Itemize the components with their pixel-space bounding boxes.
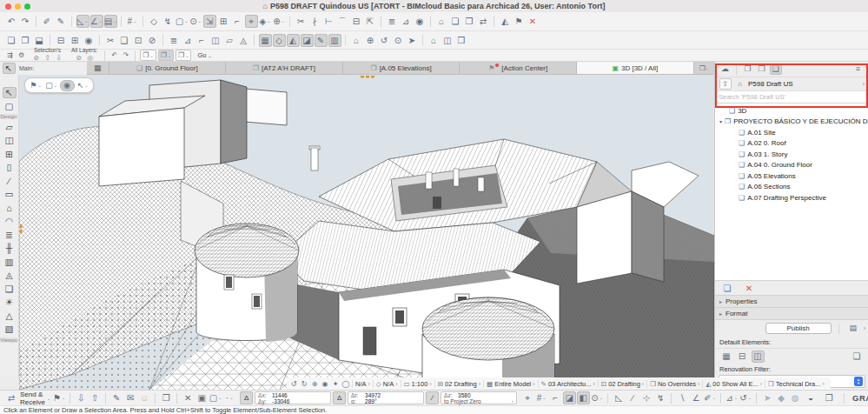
publisher-list-icon[interactable]: ▤ [846, 322, 859, 335]
fit-icon[interactable]: ⇱ [364, 15, 377, 28]
orbit-mini-icon[interactable]: ◉ [60, 80, 75, 91]
map-view-icon[interactable]: ❐ [742, 63, 754, 75]
layout-view-icon[interactable]: ❑ [770, 63, 782, 75]
redo-icon[interactable]: ↷ [19, 15, 32, 28]
beam-tool-icon[interactable]: ∕ [3, 176, 17, 187]
explore2-icon[interactable]: ➤ [406, 34, 419, 47]
split-icon[interactable]: ∤ [308, 15, 321, 28]
close-red-icon[interactable]: ✕ [527, 15, 540, 28]
mesh-default-icon[interactable]: ▦ [720, 351, 733, 363]
quick-layout-scale[interactable]: N/A› [352, 380, 373, 388]
marquee-tool-icon[interactable]: ▢ [3, 101, 17, 112]
tree-item[interactable]: ❏3D [715, 105, 868, 117]
origin-icon[interactable]: ⌖ [521, 391, 534, 404]
project-chevron-icon[interactable]: › [863, 81, 865, 87]
publisher-chevron-icon[interactable]: › [864, 325, 865, 331]
tree-item[interactable]: ❏A.05 Elevations [715, 170, 868, 182]
tile-windows-icon[interactable]: ❒ [455, 34, 468, 47]
hardhat-icon[interactable]: ◒ [805, 391, 818, 404]
quick-structure-display[interactable]: ▦Entire Model› [483, 380, 538, 388]
quick-graphic-override[interactable]: ❐No Overrides› [646, 380, 702, 388]
object-tool-icon[interactable]: ❏ [3, 284, 17, 295]
organizer-icon[interactable]: ⇄ [477, 15, 490, 28]
tab-at2-ah-draft[interactable]: ❐[AT2 A'H DRAFT] [225, 62, 342, 74]
window-layout-3-button[interactable]: ❐⌄ [176, 50, 191, 61]
user-offline-icon[interactable]: ☺ [138, 391, 151, 404]
lamp-tool-icon[interactable]: ☀ [3, 297, 17, 308]
model-view-icon[interactable]: ▥ [328, 34, 341, 47]
screen-share-icon[interactable]: ❐ [160, 391, 173, 404]
slab-tool-icon[interactable]: ▭ [3, 189, 17, 200]
print-icon[interactable]: ⊟ [55, 34, 68, 47]
overrides2-icon[interactable]: ◪ [301, 34, 314, 47]
cancel-op-icon[interactable]: ✕ [182, 391, 195, 404]
section-icon[interactable]: ⊿ [182, 34, 195, 47]
view-back-icon[interactable]: ↺ [289, 379, 299, 389]
nav-undo-icon[interactable]: ↶ [109, 50, 120, 60]
instant-icon[interactable]: ↯ [654, 391, 667, 404]
tab-ground-floor[interactable]: ❏[0. Ground Floor] [109, 62, 226, 74]
explore-settings-icon[interactable]: ⚙ [17, 50, 27, 60]
setsquare2-icon[interactable]: ◺ [613, 391, 626, 404]
quick-3d-style[interactable]: ❒Technical Dra...› [765, 380, 827, 388]
arrow-tool-active-icon[interactable]: ↖ [3, 63, 16, 74]
select-stepper-icon[interactable]: ▲▼ [854, 377, 863, 386]
stories-icon[interactable]: ≣ [168, 34, 181, 47]
column-tool-icon[interactable]: ▯ [3, 162, 17, 173]
railing-tool-icon[interactable]: ╫ [3, 243, 17, 254]
more-quick-icon[interactable]: ·⌄ [223, 391, 236, 404]
tracker-xy-field[interactable]: Δx:11446 Δy:-33046 [255, 391, 331, 404]
new-file-icon[interactable]: ❏ [5, 34, 18, 47]
home-icon[interactable]: ⌂ [435, 15, 448, 28]
view-forward-icon[interactable]: ↻ [300, 379, 309, 389]
teamwork-palette-icon[interactable]: ⚑⌄ [53, 391, 66, 404]
tracker-ra-field[interactable]: Δr:34972 α:289° [348, 391, 424, 404]
publish-button[interactable]: Publish [765, 323, 832, 334]
orbit2-icon[interactable]: ↺ [378, 34, 391, 47]
column-default-icon[interactable]: ◫ [752, 351, 765, 363]
nav-redo-icon[interactable]: ↷ [121, 50, 131, 60]
copy-icon[interactable]: ❑ [118, 34, 131, 47]
grid-snap2-icon[interactable]: #⌄ [535, 391, 548, 404]
undo-icon[interactable]: ↶ [5, 15, 18, 28]
tree-item[interactable]: ❏A.07 Drafting Perspective [715, 192, 868, 204]
tab-3d-all[interactable]: ▣3D [3D / All] [576, 62, 693, 74]
snap-point-icon[interactable]: ⊹ [640, 391, 653, 404]
marquee-quick-icon[interactable]: ▢⌄ [209, 391, 222, 404]
diagonal-icon[interactable]: ∖ [676, 391, 689, 404]
navigator-search-input[interactable] [715, 93, 868, 101]
new-viewpoint-icon[interactable]: ❏ [721, 282, 734, 295]
zone-tool-icon[interactable]: ▧ [3, 324, 17, 335]
check-model-icon[interactable]: ◭ [499, 15, 512, 28]
look-to-icon[interactable]: ⊙ [392, 34, 405, 47]
layout-book-icon[interactable]: ❏ [449, 15, 462, 28]
pen-sets-icon[interactable]: ✎ [315, 34, 328, 47]
elevation-icon[interactable]: ⌐ [195, 34, 209, 47]
roof-tool-icon[interactable]: ⌂ [3, 203, 17, 214]
window-layout-2-button[interactable]: ❐⌄ [158, 50, 174, 61]
zoom-select-icon[interactable]: ◯ [341, 379, 351, 389]
orbit-view-icon[interactable]: ◉ [321, 379, 330, 389]
tree-item[interactable]: ❏A.04 0. Ground Floor [715, 160, 868, 171]
format-section[interactable]: ▸ Format [715, 308, 868, 320]
tab-list-button[interactable]: ❒⌄ [693, 62, 714, 74]
suspend-groups-icon[interactable]: ◇ [148, 15, 161, 28]
delete2-icon[interactable]: ⊘ [146, 34, 159, 47]
send-receive-button[interactable]: ⇄ Send & Receive ⌄ [4, 391, 50, 406]
close-window-button[interactable] [5, 3, 11, 10]
publisher-sets-icon[interactable]: ❐ [463, 15, 476, 28]
quick-pen-set[interactable]: ✎03 Architectu...› [538, 380, 598, 388]
markup-tools-icon[interactable]: ✎ [110, 391, 123, 404]
move-icon[interactable]: ⇲ [203, 15, 216, 28]
layers-quick-icon[interactable]: ▣ [195, 391, 209, 404]
relative-coords-icon[interactable]: ⊿⌄ [726, 391, 739, 404]
up-level-icon[interactable]: ⇧ [719, 78, 732, 90]
delete-viewpoint-icon[interactable]: ✕ [743, 282, 756, 295]
split-view-icon[interactable]: ◫ [441, 34, 454, 47]
walk-icon[interactable]: ✦ [331, 379, 341, 389]
project-chooser-icon[interactable]: ☁ [719, 63, 732, 75]
pen-input-icon[interactable]: ✐⌄ [704, 391, 717, 404]
3d-viewport[interactable] [19, 75, 714, 390]
skylight-tool-icon[interactable]: ◬ [3, 270, 17, 281]
multiply-icon[interactable]: ⊕⌄ [273, 15, 286, 28]
